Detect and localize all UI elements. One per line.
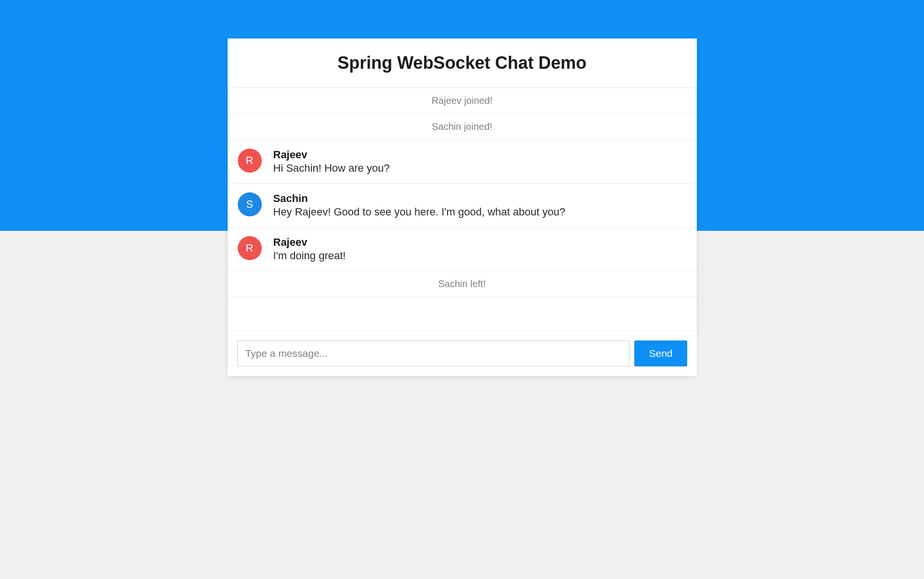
chat-message: RRajeevHi Sachin! How are you?	[228, 140, 696, 184]
event-message: Rajeev joined!	[228, 88, 696, 114]
send-button[interactable]: Send	[634, 340, 687, 366]
message-text: I'm doing great!	[273, 250, 687, 262]
avatar: R	[238, 149, 262, 173]
message-content: SachinHey Rajeev! Good to see you here. …	[273, 192, 687, 218]
chat-window: Spring WebSocket Chat Demo Rajeev joined…	[228, 38, 697, 376]
message-text: Hi Sachin! How are you?	[273, 162, 687, 175]
chat-message: RRajeevI'm doing great!	[228, 227, 696, 271]
message-input[interactable]	[237, 340, 630, 366]
message-content: RajeevI'm doing great!	[273, 236, 687, 262]
message-sender: Rajeev	[273, 149, 687, 161]
event-message: Sachin left!	[228, 271, 696, 297]
message-sender: Sachin	[273, 192, 687, 205]
avatar: R	[238, 236, 262, 260]
chat-message: SSachinHey Rajeev! Good to see you here.…	[228, 184, 696, 227]
chat-title: Spring WebSocket Chat Demo	[237, 53, 687, 73]
message-text: Hey Rajeev! Good to see you here. I'm go…	[273, 206, 687, 218]
chat-header: Spring WebSocket Chat Demo	[228, 38, 697, 88]
message-area[interactable]: Rajeev joined!Sachin joined!RRajeevHi Sa…	[228, 88, 697, 331]
message-sender: Rajeev	[273, 236, 687, 249]
event-message: Sachin joined!	[228, 114, 696, 140]
message-form: Send	[228, 331, 697, 376]
avatar: S	[238, 192, 262, 216]
message-content: RajeevHi Sachin! How are you?	[273, 149, 687, 175]
